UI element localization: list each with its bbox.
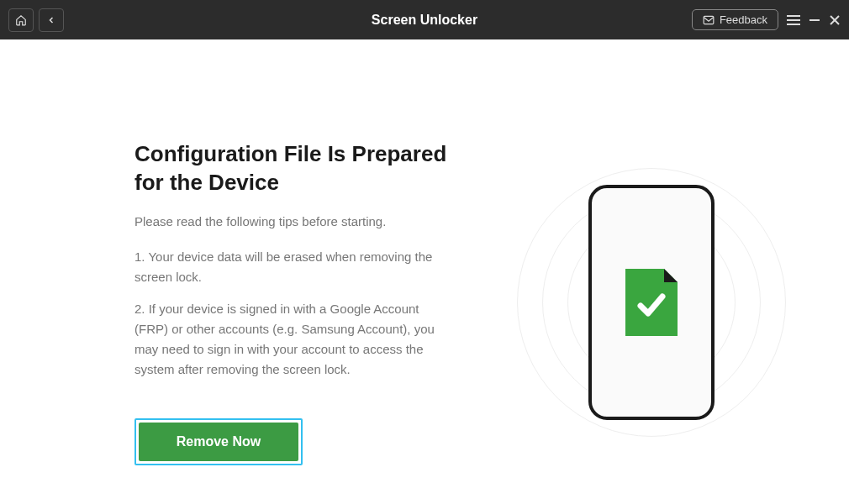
subtext: Please read the following tips before st… xyxy=(134,214,454,228)
window-controls xyxy=(787,14,841,26)
titlebar-right-controls: Feedback xyxy=(692,9,841,30)
svg-rect-0 xyxy=(704,16,714,24)
hamburger-icon xyxy=(787,14,800,26)
left-panel: Configuration File Is Prepared for the D… xyxy=(134,140,454,465)
tip-1: 1. Your device data will be erased when … xyxy=(134,247,454,287)
tip-2: 2. If your device is signed in with a Go… xyxy=(134,299,454,380)
remove-now-button[interactable]: Remove Now xyxy=(139,423,298,461)
minimize-button[interactable] xyxy=(809,14,820,26)
minimize-icon xyxy=(809,14,820,26)
document-check-icon xyxy=(625,269,678,336)
phone-icon xyxy=(588,185,715,420)
page-heading: Configuration File Is Prepared for the D… xyxy=(134,140,454,197)
close-button[interactable] xyxy=(829,14,841,26)
close-icon xyxy=(829,14,841,26)
home-button[interactable] xyxy=(8,8,34,32)
titlebar-left-controls xyxy=(8,8,64,32)
mail-icon xyxy=(703,15,715,25)
titlebar: Screen Unlocker Feedback xyxy=(0,0,849,39)
action-button-highlight: Remove Now xyxy=(134,418,303,465)
menu-button[interactable] xyxy=(787,14,800,26)
feedback-button[interactable]: Feedback xyxy=(692,9,778,30)
main-content: Configuration File Is Prepared for the D… xyxy=(0,39,849,465)
right-panel xyxy=(504,140,799,465)
feedback-label: Feedback xyxy=(720,13,767,26)
chevron-left-icon xyxy=(46,15,56,25)
phone-illustration xyxy=(525,176,778,428)
home-icon xyxy=(15,14,27,26)
back-button[interactable] xyxy=(39,8,64,32)
app-title: Screen Unlocker xyxy=(372,13,477,28)
